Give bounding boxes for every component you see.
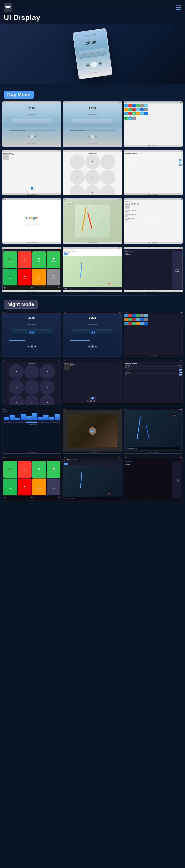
dial-status: 11:46BT ◉ — [63, 150, 122, 152]
preset-5[interactable]: Bass — [49, 422, 60, 423]
dial-4[interactable]: 4 — [70, 170, 85, 185]
turn-instruction: 18:19 ETA • 3.0 km — [125, 251, 171, 252]
subtitle-2: A winding road of music — [87, 114, 98, 115]
dial-7[interactable]: 7 — [70, 185, 85, 195]
lm-status: 20:13◉ — [124, 198, 183, 200]
ncpn-go[interactable]: GO — [64, 463, 68, 465]
night-auto-answer-toggle[interactable] — [179, 369, 182, 371]
ncpm-prev: ◀ — [175, 480, 176, 482]
night-dialpad-screen: 11:46BT ◉ Bluetooth_Call 1 2 3 4 5 6 7 8… — [2, 360, 61, 405]
ndial-6[interactable]: 6 — [39, 380, 55, 395]
dial-9[interactable]: 9 — [100, 185, 115, 195]
dial-1[interactable]: 1 — [70, 154, 85, 169]
cpm-prev: ◀ — [175, 270, 176, 272]
night-play-2: ⏸ — [91, 345, 94, 348]
progress-2 — [70, 130, 115, 131]
preset-2[interactable]: Pop — [15, 422, 26, 423]
ncp-home[interactable]: ⊙ — [31, 497, 33, 499]
ndial-4[interactable]: 4 — [9, 380, 24, 395]
bt-call-title: Bluetooth_Call — [88, 153, 97, 154]
dial-2[interactable]: 2 — [85, 154, 100, 169]
ncp-time: 19:14 — [3, 460, 60, 461]
preset-3[interactable]: Jazz — [26, 422, 37, 423]
power-toggle[interactable] — [179, 164, 182, 166]
ndial-5[interactable]: 5 — [24, 380, 39, 395]
track-artist: Music Artist — [10, 156, 60, 158]
night-power-toggle[interactable] — [179, 374, 182, 376]
ndial-7[interactable]: 7 — [9, 395, 24, 405]
ncpm-eta: 18:19 ETA • 3.0 km — [125, 461, 171, 462]
auto-answer-toggle[interactable] — [179, 159, 182, 161]
ncpm-nav: 18:19 ETA • 3.0 km Start on Songqin Road — [125, 461, 171, 499]
app-drive: ▶ — [128, 108, 132, 112]
page-header — [0, 0, 185, 13]
night-mode-row-1: 20:08⊞ ◉ 20:08 A winding road of music — [0, 311, 185, 357]
app-3-2: 📺 — [128, 112, 132, 115]
night-next-2: ▶▶ — [95, 345, 97, 348]
music-player-2: 20:08 A winding road of music ◀◀ ⏸ ▶▶ 20… — [63, 103, 122, 147]
night-bt: BT — [144, 314, 148, 317]
night-time-1: 20:08 — [28, 316, 35, 319]
ncpn-time: 18 min • 6.4 km — [64, 462, 121, 463]
ndial-3[interactable]: 3 — [39, 364, 55, 379]
night-music-player-2: 20:08 A winding road of music — [63, 313, 122, 356]
search-bar[interactable] — [7, 221, 57, 222]
dial-3[interactable]: 3 — [100, 154, 115, 169]
play-2: ⏸ — [91, 135, 94, 138]
night-nav-screen: 20:13GPS ◉ 18:19 ETA ↑ Continue on road … — [124, 408, 183, 454]
ncpm-controls: ◀ ▶ ▶▶ — [175, 480, 179, 482]
night-mode-row-2: 11:46BT ◉ Bluetooth_Call 1 2 3 4 5 6 7 8… — [0, 360, 185, 405]
not-playing: Not Playing — [175, 269, 180, 270]
lm-play: ⏸ — [152, 222, 154, 224]
nbt-icon-4: ⚙ — [97, 400, 98, 402]
ndial-8[interactable]: 8 — [24, 395, 39, 405]
nm1-status: 20:08⊞ ◉ — [2, 311, 61, 313]
night-controls-1: ◀◀ ⏸ ▶▶ — [27, 345, 36, 348]
bt-power: Power — [125, 164, 182, 166]
night-3-6: ℹ — [144, 322, 148, 325]
dial-5[interactable]: 5 — [85, 170, 100, 185]
google: Google Google Search I'm Feeling Lucky — [2, 200, 61, 242]
thumb-2 — [125, 214, 128, 217]
night-bt-call-title: Bluetooth_Call — [28, 363, 36, 364]
date: 2020-01-01 Wednesday — [27, 143, 37, 144]
bt-settings-title: Bluetooth_Settings — [125, 153, 182, 154]
thumb-3 — [125, 218, 128, 221]
night-music: ♪ — [128, 314, 132, 317]
preset-1[interactable]: Rock — [3, 422, 14, 423]
eq-b7 — [37, 417, 43, 421]
ndial-2[interactable]: 2 — [24, 364, 39, 379]
night-music-1: 20:08⊞ ◉ 20:08 A winding road of music — [2, 311, 61, 357]
cp-siri[interactable]: ⊕ — [58, 287, 60, 289]
info-2: 排列_YJREE.mp3 3:45 — [128, 214, 182, 216]
ncpm-not-playing: Not Playing — [175, 479, 180, 480]
auto-connect-toggle[interactable] — [179, 162, 182, 163]
cp-back[interactable]: ⊠ — [4, 287, 5, 289]
cp-messages: 💬Messages — [47, 251, 60, 268]
google-search-btn[interactable]: Google Search — [23, 224, 31, 226]
night-play-1: ⏸ — [30, 345, 33, 348]
food-icon: 🥣 — [89, 427, 96, 435]
lucky-btn[interactable]: I'm Feeling Lucky — [32, 224, 41, 226]
night-3-3: 🗺 — [132, 322, 136, 325]
go-btn[interactable]: GO — [64, 253, 68, 255]
night-auto-connect-toggle[interactable] — [179, 372, 182, 373]
ndial-1[interactable]: 1 — [9, 364, 24, 379]
ncpm-play: ▶ — [176, 480, 177, 482]
dial-8[interactable]: 8 — [85, 185, 100, 195]
eq-b6 — [32, 413, 37, 421]
night-date-2: 2020-01-01 Wednesday — [87, 352, 98, 353]
ncp-back[interactable]: ⊠ — [4, 497, 5, 499]
night-dial-grid: 1 2 3 4 5 6 7 8 9 * 0 # — [9, 364, 55, 405]
nav-menu-icon[interactable] — [176, 5, 181, 10]
destination-pin — [109, 283, 110, 284]
cpm-nav-pane: 18:19 ETA • 3.0 km Start on Songqin Road — [125, 251, 171, 289]
dial-6[interactable]: 6 — [100, 170, 115, 185]
preset-4[interactable]: Classic — [38, 422, 49, 423]
cp-home[interactable]: ⊙ — [31, 287, 33, 289]
lm-title: LocalMusic — [125, 201, 182, 202]
ndial-9[interactable]: 9 — [39, 395, 55, 405]
ncp-siri[interactable]: ⊕ — [58, 497, 60, 499]
night-apps-screen: 17:46☰ ◉ ✈ ♪ 📞 ⊕ ⚙ BT 📻 ▶ 🎬 ☁ 🚗 🎤 — [124, 311, 183, 357]
bt-status: 11:46BT ◉ — [2, 150, 61, 152]
